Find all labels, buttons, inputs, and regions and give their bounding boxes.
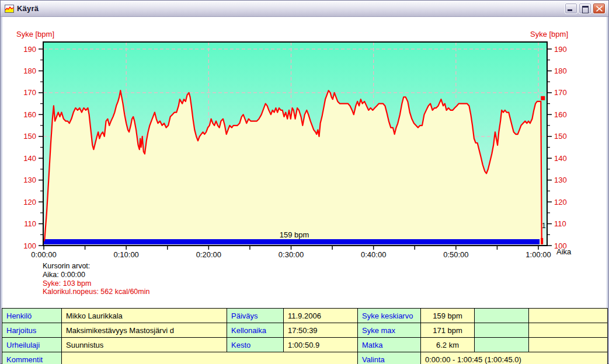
x-tick-label: 0:00:00 [31, 250, 56, 259]
value-syke-max: 171 bpm [421, 323, 475, 338]
summary-table: Henkilö Mikko Laurikkala Päiväys 11.9.20… [2, 308, 608, 364]
label-matka: Matka [358, 338, 421, 352]
y-tick-label-right: 140 [554, 154, 567, 163]
x-tick-label: 0:20:00 [196, 250, 221, 259]
y-tick-label-left: 120 [23, 198, 36, 206]
cursor-info-title: Kursorin arvot: [43, 262, 149, 271]
average-hr-annotation: 159 bpm [280, 230, 309, 239]
x-tick-label: 0:50:00 [443, 250, 468, 259]
label-harjoitus: Harjoitus [2, 323, 62, 338]
cursor-info: Kursorin arvot: Aika: 0:00:00 Syke: 103 … [43, 262, 149, 296]
y-tick-label-left: 160 [23, 110, 36, 119]
label-valinta: Valinta [358, 352, 421, 364]
y-tick-label-right: 110 [554, 219, 566, 228]
x-tick-label: 1:00:00 [526, 250, 551, 259]
value-harjoitus: Maksimikestävyys Mastosjärvi d [62, 323, 227, 338]
value-matka: 6.2 km [421, 338, 475, 352]
cursor-time: Aika: 0:00:00 [43, 271, 149, 279]
value-kellonaika: 17:50:39 [284, 323, 358, 338]
label-paivays: Päiväys [227, 309, 284, 323]
x-tick-label: 0:10:00 [113, 250, 138, 259]
label-kommentit: Kommentit [2, 352, 62, 364]
label-urheilulaji: Urheilulaji [2, 338, 62, 352]
value-henkilo: Mikko Laurikkala [62, 309, 227, 323]
value-valinta: 0:00:00 - 1:00:45 (1:00:45.0) [421, 352, 608, 364]
y-tick-label-left: 130 [23, 176, 36, 184]
y-tick-label-left: 100 [23, 242, 36, 250]
y-tick-label-left: 180 [23, 66, 36, 75]
y-axis-label-left: Syke [bpm] [16, 30, 54, 38]
value-paivays: 11.9.2006 [284, 309, 358, 323]
x-tick-label: 0:30:00 [279, 250, 304, 259]
label-kesto: Kesto [227, 338, 284, 352]
cursor-calorie-rate: Kalorikul.nopeus: 562 kcal/60min [43, 288, 149, 296]
edge-clipped-label: 1 [542, 222, 546, 230]
x-tick-label: 0:40:00 [361, 250, 386, 259]
y-tick-label-right: 190 [554, 45, 567, 54]
y-tick-label-right: 180 [554, 66, 567, 75]
label-empty [475, 309, 529, 323]
y-tick-label-left: 150 [23, 132, 36, 141]
y-tick-label-right: 130 [554, 176, 567, 184]
x-axis-title: Aika [556, 247, 572, 256]
label-empty [475, 323, 529, 338]
y-axis-label-right: Syke [bpm] [530, 30, 568, 38]
y-tick-label-left: 170 [23, 88, 36, 97]
y-tick-label-right: 150 [554, 132, 567, 141]
value-empty [529, 309, 608, 323]
y-tick-label-right: 120 [554, 198, 567, 206]
heart-rate-area [44, 90, 542, 246]
y-tick-label-left: 140 [23, 154, 36, 163]
y-tick-label-left: 110 [24, 219, 36, 228]
label-syke-max: Syke max [358, 323, 421, 338]
window: Käyrä 1001001101101201201301301401401501… [0, 0, 609, 364]
cursor-heart-rate: Syke: 103 bpm [43, 279, 149, 288]
value-kesto: 1:00:50.9 [284, 338, 358, 352]
table-row: Kommentit Valinta 0:00:00 - 1:00:45 (1:0… [2, 352, 608, 364]
table-row: Henkilö Mikko Laurikkala Päiväys 11.9.20… [2, 309, 608, 323]
y-tick-label-left: 190 [23, 45, 36, 54]
end-marker [541, 96, 545, 100]
table-row: Harjoitus Maksimikestävyys Mastosjärvi d… [2, 323, 608, 338]
label-kellonaika: Kellonaika [227, 323, 284, 338]
y-tick-label-right: 160 [554, 110, 567, 119]
value-kommentit [62, 352, 358, 364]
label-henkilo: Henkilö [2, 309, 62, 323]
label-syke-keskiarvo: Syke keskiarvo [358, 309, 421, 323]
label-empty [475, 338, 529, 352]
y-tick-label-right: 170 [554, 88, 567, 97]
value-empty [529, 338, 608, 352]
selection-bar[interactable] [44, 239, 540, 244]
table-row: Urheilulaji Suunnistus Kesto 1:00:50.9 M… [2, 338, 608, 352]
value-syke-keskiarvo: 159 bpm [421, 309, 475, 323]
value-urheilulaji: Suunnistus [62, 338, 227, 352]
value-empty [529, 323, 608, 338]
